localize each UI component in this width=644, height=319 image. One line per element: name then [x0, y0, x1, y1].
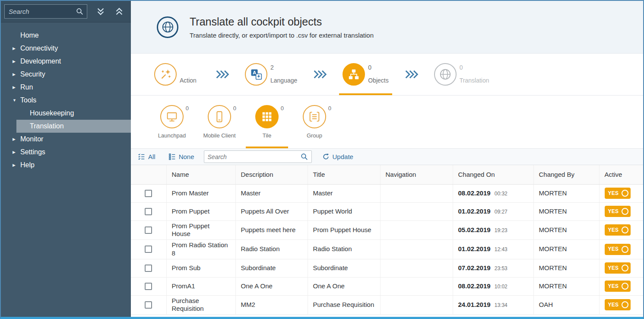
select-all-button[interactable]: All	[138, 153, 155, 160]
sidebar-item-translation[interactable]: Translation	[16, 120, 131, 133]
refresh-icon	[322, 153, 330, 160]
tab-icon-wrap: 0	[208, 105, 231, 128]
collapse-all-button[interactable]	[111, 4, 128, 19]
table-row[interactable]: Prom Master Master Master 08.02.2019 00:…	[131, 184, 643, 202]
sidebar-item-help[interactable]: ▶ Help	[1, 159, 131, 172]
table-row[interactable]: PromA1 One A One One A One 08.02.2019 10…	[131, 277, 643, 295]
cell-title: Master	[308, 184, 380, 202]
sidebar-item-run[interactable]: ▶ Run	[1, 81, 131, 94]
step-objects[interactable]: 0 Objects	[338, 54, 393, 95]
column-header-description: Description	[235, 165, 308, 184]
table-row[interactable]: Prom Sub Subordinate Subordinate 07.02.2…	[131, 259, 643, 277]
table-row[interactable]: Prom Puppet House Puppets meet here Prom…	[131, 220, 643, 240]
page-titles: Translate all cockpit objects Translate …	[190, 16, 374, 39]
cell-navigation	[380, 259, 453, 277]
active-toggle[interactable]: YES	[605, 281, 631, 292]
sidebar-item-connectivity[interactable]: ▶ Connectivity	[1, 42, 131, 55]
changed-time: 00:32	[495, 191, 508, 197]
step-label: Language	[270, 77, 297, 84]
sidebar-item-label: Housekeeping	[30, 109, 74, 117]
tab-tile[interactable]: 0 Tile	[243, 96, 291, 148]
sidebar-item-security[interactable]: ▶ Security	[1, 68, 131, 81]
table-row[interactable]: Prom Radio Station 8 Radio Station Radio…	[131, 240, 643, 259]
active-toggle-label: YES	[608, 208, 619, 215]
tab-count: 0	[281, 105, 284, 112]
sidebar-item-label: Tools	[20, 96, 36, 104]
cell-changed-by: OAH	[533, 295, 599, 315]
tab-icon-wrap: 0	[255, 105, 279, 128]
tab-mobile-client[interactable]: 0 Mobile Client	[196, 96, 243, 148]
active-toggle[interactable]: YES	[605, 299, 631, 310]
double-chevron-up-icon	[114, 7, 124, 16]
chevron-down-icon: ▼	[13, 99, 20, 102]
row-checkbox[interactable]	[145, 190, 152, 197]
row-checkbox[interactable]	[145, 283, 152, 290]
tab-launchpad[interactable]: 0 Launchpad	[148, 96, 196, 148]
active-toggle-label: YES	[608, 302, 619, 308]
cell-title: Radio Station	[308, 240, 380, 259]
cell-changed-on: 08.02.2019 00:32	[453, 184, 533, 202]
sidebar-item-label: Translation	[30, 122, 64, 130]
cell-changed-on: 08.02.2019 10:02	[453, 277, 533, 295]
step-count: 0	[368, 64, 388, 71]
sidebar-item-home[interactable]: Home	[1, 29, 131, 42]
step-meta: 0 Objects	[368, 63, 388, 86]
sidebar-item-tools[interactable]: ▼ Tools	[1, 94, 131, 107]
step-translation[interactable]: 0 Translation	[430, 54, 494, 95]
step-label: Translation	[460, 77, 489, 84]
active-toggle[interactable]: YES	[605, 224, 631, 236]
mobile-phone-icon	[208, 105, 231, 128]
sidebar-item-label: Security	[20, 70, 45, 78]
table-row[interactable]: Purchase Requisition MM2 Purchase Requis…	[131, 295, 643, 315]
cell-description: Puppets All Over	[235, 202, 308, 220]
cell-select	[131, 240, 166, 259]
org-chart-icon	[343, 63, 365, 86]
column-header-name: Name	[166, 165, 235, 184]
row-checkbox[interactable]	[145, 246, 152, 253]
active-toggle[interactable]: YES	[605, 244, 631, 255]
expand-all-button[interactable]	[92, 4, 109, 19]
row-checkbox[interactable]	[145, 226, 152, 234]
objects-table-container: Name Description Title Navigation Change…	[131, 165, 643, 317]
sidebar-item-label: Run	[20, 83, 33, 91]
row-checkbox[interactable]	[145, 265, 152, 272]
tile-grid-icon	[255, 105, 279, 128]
chevron-right-icon: ▶	[13, 73, 20, 77]
tab-label: Tile	[263, 132, 271, 139]
sidebar-item-monitor[interactable]: ▶ Monitor	[1, 133, 131, 146]
cell-name: Purchase Requisition	[166, 295, 235, 315]
sidebar-item-settings[interactable]: ▶ Settings	[1, 146, 131, 159]
cell-changed-by: MORTEN	[533, 184, 599, 202]
update-button[interactable]: Update	[322, 153, 353, 160]
active-toggle[interactable]: YES	[605, 262, 631, 274]
column-header-navigation: Navigation	[380, 165, 453, 184]
tab-group[interactable]: 0 Group	[291, 96, 338, 148]
table-row[interactable]: Prom Puppet Puppets All Over Puppet Worl…	[131, 202, 643, 220]
column-header-active: Active	[599, 165, 643, 184]
changed-date: 08.02.2019	[458, 282, 491, 290]
magic-wand-icon	[154, 63, 177, 86]
sidebar-toolbar	[1, 1, 131, 22]
tab-label: Group	[307, 132, 322, 139]
cell-title: Puppet World	[308, 202, 380, 220]
active-toggle[interactable]: YES	[605, 188, 631, 199]
cell-description: Subordinate	[235, 259, 308, 277]
select-none-button[interactable]: None	[168, 153, 194, 160]
cell-changed-by: MORTEN	[533, 202, 599, 220]
step-label: Objects	[368, 77, 388, 84]
sidebar-item-housekeeping[interactable]: Housekeeping	[1, 107, 131, 120]
row-checkbox[interactable]	[145, 208, 152, 215]
step-action[interactable]: Action	[150, 54, 204, 95]
sidebar-item-development[interactable]: ▶ Development	[1, 55, 131, 68]
step-language[interactable]: 2 Language	[241, 54, 301, 95]
triple-chevron-icon	[215, 69, 229, 80]
page-title: Translate all cockpit objects	[190, 16, 374, 28]
wizard-stepper: Action 2 Language 0 Objects	[131, 54, 643, 96]
sidebar-search-input[interactable]	[5, 5, 76, 18]
toggle-knob	[622, 226, 628, 233]
active-toggle[interactable]: YES	[605, 206, 631, 217]
step-meta: Action	[180, 63, 200, 86]
row-checkbox[interactable]	[145, 301, 152, 309]
table-search-input[interactable]	[208, 153, 301, 160]
cell-navigation	[380, 220, 453, 240]
